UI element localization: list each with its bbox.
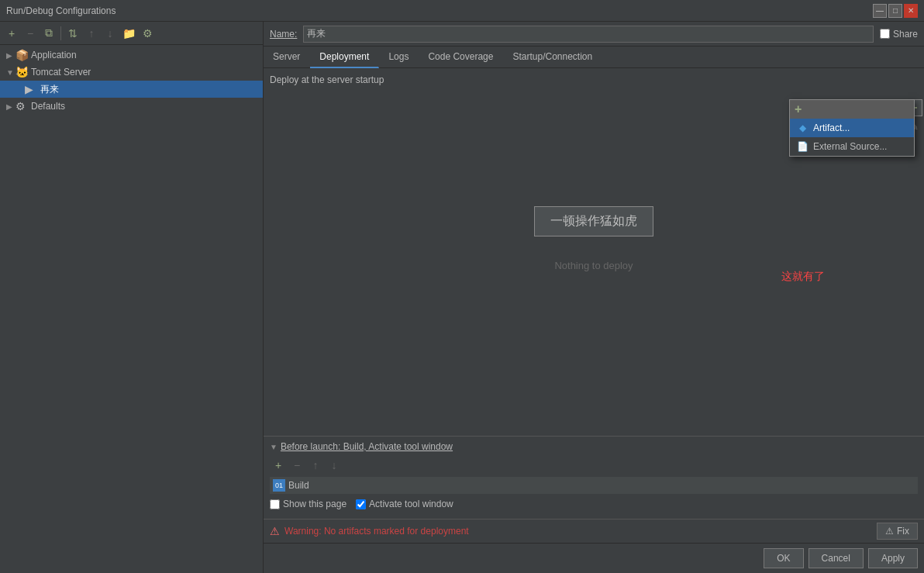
name-label: Name: (270, 29, 297, 40)
activate-window-checkbox[interactable] (356, 499, 366, 509)
tabs-bar: Server Deployment Logs Code Coverage Sta… (264, 47, 924, 68)
share-checkbox[interactable] (880, 29, 890, 39)
left-toolbar: + − ⧉ ⇅ ↑ ↓ 📁 ⚙ (0, 22, 263, 45)
bl-add-button[interactable]: + (270, 457, 287, 474)
arrow-icon: ▶ (6, 51, 16, 60)
artifact-dropdown: + ◆ Artifact... 📄 External Source... (789, 99, 915, 157)
defaults-icon: ⚙ (16, 100, 28, 112)
arrow-icon: ▶ (6, 102, 16, 111)
share-label: Share (893, 29, 918, 40)
tree-item-label: Application (31, 50, 77, 60)
warning-icon: ⚠ (270, 525, 280, 537)
tab-startup-connection[interactable]: Startup/Connection (503, 47, 602, 68)
run-icon: ▶ (25, 83, 37, 95)
main-container: + − ⧉ ⇅ ↑ ↓ 📁 ⚙ ▶ 📦 Application ▼ 🐱 Tomc… (0, 22, 924, 573)
copy-config-button[interactable]: ⧉ (40, 25, 57, 42)
warning-text: Warning: No artifacts marked for deploym… (284, 526, 872, 537)
content-area: Deploy at the server startup 一顿操作猛如虎 Not… (264, 68, 924, 436)
add-config-button[interactable]: + (3, 25, 20, 42)
tree-item-tomcat[interactable]: ▼ 🐱 Tomcat Server (0, 64, 263, 81)
build-item: 01 Build (270, 477, 918, 494)
down-config-button[interactable]: ↓ (102, 25, 119, 42)
ok-button[interactable]: OK (764, 548, 803, 568)
window-controls: — □ ✕ (873, 4, 918, 18)
tab-code-coverage[interactable]: Code Coverage (419, 47, 503, 68)
tree-item-zaicun[interactable]: ▶ 再来 (0, 81, 263, 98)
toolbar-separator-1 (60, 26, 61, 40)
window-title: Run/Debug Configurations (6, 5, 873, 16)
deploy-side-toolbar: + + ◆ Artifact... 📄 External Source... (902, 96, 924, 138)
activate-window-checkbox-item: Activate tool window (356, 499, 453, 509)
warning-bar: ⚠ Warning: No artifacts marked for deplo… (264, 519, 924, 543)
nothing-to-deploy-text: Nothing to deploy (554, 260, 633, 271)
tree-item-label: Tomcat Server (31, 67, 91, 78)
config-tree: ▶ 📦 Application ▼ 🐱 Tomcat Server ▶ 再来 ▶… (0, 45, 263, 573)
close-button[interactable]: ✕ (904, 4, 918, 18)
folder-config-button[interactable]: 📁 (120, 25, 137, 42)
up-config-button[interactable]: ↑ (83, 25, 100, 42)
apply-button[interactable]: Apply (868, 548, 918, 568)
minimize-button[interactable]: — (873, 4, 887, 18)
arrow-spacer (16, 85, 25, 94)
tree-item-defaults[interactable]: ▶ ⚙ Defaults (0, 98, 263, 115)
fix-label: Fix (897, 526, 909, 537)
left-panel: + − ⧉ ⇅ ↑ ↓ 📁 ⚙ ▶ 📦 Application ▼ 🐱 Tomc… (0, 22, 264, 573)
fix-icon: ⚠ (885, 526, 894, 537)
plus-icon: + (795, 102, 802, 116)
tree-item-application[interactable]: ▶ 📦 Application (0, 47, 263, 64)
title-bar: Run/Debug Configurations — □ ✕ (0, 0, 924, 22)
show-page-label: Show this page (283, 499, 346, 509)
name-row: Name: Share (264, 22, 924, 47)
tree-item-label: Defaults (31, 101, 65, 112)
artifact-icon: ◆ (796, 122, 808, 134)
show-page-checkbox[interactable] (270, 499, 280, 509)
annotation-text: 这就有了 (781, 270, 825, 284)
show-page-checkbox-item: Show this page (270, 499, 346, 509)
settings-config-button[interactable]: ⚙ (139, 25, 156, 42)
dropdown-header: + (790, 100, 914, 119)
before-launch-arrow-icon[interactable]: ▼ (270, 443, 278, 451)
before-launch-header: ▼ Before launch: Build, Activate tool wi… (270, 441, 918, 452)
checkboxes-row: Show this page Activate tool window (270, 494, 918, 514)
right-panel: Name: Share Server Deployment Logs Code … (264, 22, 924, 573)
deploy-action-button[interactable]: 一顿操作猛如虎 (534, 206, 653, 236)
tab-logs[interactable]: Logs (379, 47, 419, 68)
app-icon: 📦 (16, 49, 28, 61)
bl-up-button[interactable]: ↑ (307, 457, 324, 474)
name-input[interactable] (303, 26, 874, 43)
file-icon: 📄 (796, 140, 808, 153)
arrow-icon: ▼ (6, 68, 16, 77)
deploy-header: Deploy at the server startup (270, 74, 918, 85)
tomcat-icon: 🐱 (16, 66, 28, 78)
dropdown-item-external-source[interactable]: 📄 External Source... (790, 137, 914, 156)
tab-deployment[interactable]: Deployment (310, 47, 379, 68)
build-icon: 01 (273, 479, 285, 492)
tree-item-label: 再来 (40, 83, 59, 96)
sort-config-button[interactable]: ⇅ (64, 25, 81, 42)
tab-server[interactable]: Server (264, 47, 310, 68)
bl-remove-button[interactable]: − (288, 457, 305, 474)
share-area: Share (880, 29, 918, 40)
fix-button[interactable]: ⚠ Fix (877, 523, 918, 540)
before-launch-title: Before launch: Build, Activate tool wind… (281, 441, 453, 452)
add-artifact-area: + + ◆ Artifact... 📄 External Source... (905, 99, 921, 116)
cancel-button[interactable]: Cancel (808, 548, 864, 568)
dropdown-item-artifact[interactable]: ◆ Artifact... (790, 119, 914, 137)
remove-config-button[interactable]: − (22, 25, 39, 42)
before-launch-section: ▼ Before launch: Build, Activate tool wi… (264, 436, 924, 519)
bl-down-button[interactable]: ↓ (326, 457, 343, 474)
bottom-buttons: OK Cancel Apply (264, 543, 924, 573)
before-launch-toolbar: + − ↑ ↓ (270, 457, 918, 474)
build-item-label: Build (288, 480, 309, 491)
maximize-button[interactable]: □ (888, 4, 902, 18)
activate-window-label: Activate tool window (369, 499, 453, 509)
